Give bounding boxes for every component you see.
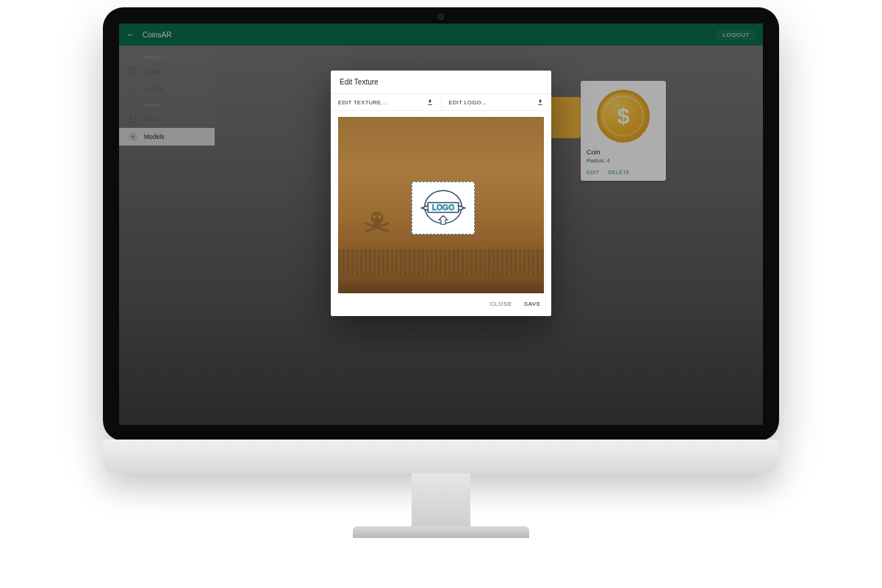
dialog-toolbar: EDIT TEXTURE... EDIT LOGO...	[331, 93, 551, 111]
skull-crossbones-icon	[360, 205, 394, 239]
monitor-stand-base	[353, 526, 529, 538]
texture-band-bottom	[338, 276, 544, 293]
dialog-save-button[interactable]: SAVE	[524, 301, 541, 307]
svg-point-6	[378, 215, 381, 218]
texture-preview: LOGO	[338, 117, 544, 293]
texture-band	[338, 249, 544, 276]
monitor-stand-neck	[412, 473, 470, 532]
edit-texture-label: EDIT TEXTURE...	[338, 99, 387, 106]
edit-logo-label: EDIT LOGO...	[449, 99, 487, 106]
svg-point-5	[373, 215, 376, 218]
monitor-frame: ← CoinsAR LOGOUT Analytics Users Activit…	[103, 7, 779, 441]
logo-placeholder[interactable]: LOGO	[412, 182, 475, 234]
app-screen: ← CoinsAR LOGOUT Analytics Users Activit…	[119, 24, 763, 425]
dialog-close-button[interactable]: CLOSE	[490, 301, 512, 307]
logo-text: LOGO	[432, 204, 455, 212]
upload-icon	[537, 98, 544, 106]
monitor-chin	[103, 440, 779, 473]
dialog-title: Edit Texture	[331, 71, 551, 93]
dialog-actions: CLOSE SAVE	[331, 293, 551, 316]
monitor-camera	[438, 14, 444, 20]
edit-texture-dialog: Edit Texture EDIT TEXTURE... EDIT LOGO..…	[331, 71, 551, 316]
upload-icon	[426, 98, 434, 106]
edit-logo-button[interactable]: EDIT LOGO...	[442, 94, 552, 110]
edit-texture-button[interactable]: EDIT TEXTURE...	[331, 94, 442, 110]
